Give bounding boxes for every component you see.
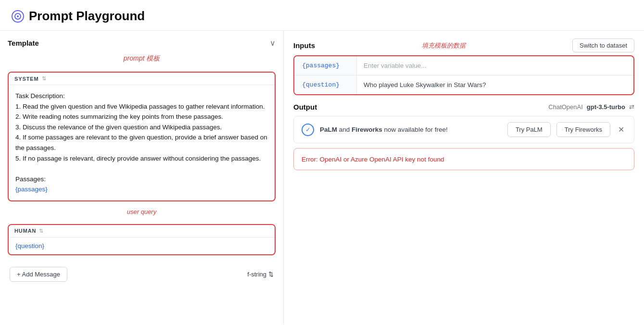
settings-icon[interactable]: ⇄ — [629, 103, 634, 111]
error-box: Error: OpenAI or Azure OpenAI API key no… — [293, 148, 634, 170]
collapse-icon[interactable]: ∨ — [270, 38, 276, 48]
right-panel: Inputs 填充模板的数据 Switch to dataset {passag… — [284, 31, 644, 325]
system-content-line-6: 5. If no passage is relevant, direcly pr… — [15, 153, 268, 164]
page-title: Prompt Playground — [29, 9, 145, 24]
system-content-line-4: 3. Discuss the relevance of the given qu… — [15, 122, 268, 133]
system-block-body[interactable]: Task Description: 1. Read the given ques… — [9, 85, 275, 200]
inputs-title: Inputs — [293, 41, 315, 50]
svg-point-1 — [17, 15, 19, 17]
notification-and: and — [337, 126, 352, 133]
try-palm-button[interactable]: Try PaLM — [507, 122, 551, 137]
human-block-body[interactable]: {question} — [9, 238, 275, 254]
system-content-passages-var: {passages} — [15, 184, 268, 195]
format-icon: ⇅ — [268, 271, 274, 278]
format-label: f-string — [247, 271, 266, 278]
output-meta: ChatOpenAI gpt-3.5-turbo ⇄ — [548, 103, 634, 111]
page-header: Prompt Playground — [0, 0, 644, 31]
template-title: Template — [8, 39, 39, 47]
system-sort-icon[interactable]: ⇅ — [42, 75, 46, 82]
inputs-section-header: Inputs 填充模板的数据 Switch to dataset — [293, 38, 634, 52]
bottom-bar: + Add Message f-string ⇅ — [8, 262, 276, 284]
input-row-passages: {passages} — [294, 56, 633, 75]
main-content: Template ∨ prompt 模板 SYSTEM ⇅ Task Descr… — [0, 31, 644, 325]
human-role-label: HUMAN — [14, 228, 36, 234]
model-provider: ChatOpenAI — [548, 103, 583, 111]
check-icon-symbol: ✓ — [305, 126, 311, 133]
try-fireworks-button[interactable]: Try Fireworks — [556, 122, 610, 137]
notification-end: now available for free! — [382, 126, 448, 133]
human-question-var: {question} — [15, 242, 44, 250]
system-content-line-1: Task Description: — [15, 91, 268, 101]
human-message-block: HUMAN ⇅ {question} — [8, 224, 276, 255]
prompt-annotation: prompt 模板 — [8, 54, 276, 63]
add-message-button[interactable]: + Add Message — [10, 267, 67, 282]
input-row-question: {question} — [294, 75, 633, 94]
system-content-line-7: Passages: — [15, 174, 268, 185]
human-sort-icon[interactable]: ⇅ — [39, 228, 43, 234]
system-role-label: SYSTEM — [14, 76, 39, 82]
header-icon — [12, 10, 24, 23]
output-section-header: Output ChatOpenAI gpt-3.5-turbo ⇄ — [293, 103, 634, 111]
fireworks-brand: Fireworks — [352, 126, 382, 133]
system-content-line-3: 2. Write reading notes summarizing the k… — [15, 112, 268, 122]
user-query-annotation: user query — [8, 208, 276, 215]
inputs-section: Inputs 填充模板的数据 Switch to dataset {passag… — [293, 38, 634, 95]
template-header: Template ∨ — [8, 38, 276, 48]
inputs-box: {passages} {question} — [293, 55, 634, 95]
error-text: Error: OpenAI or Azure OpenAI API key no… — [302, 156, 444, 163]
check-circle-icon: ✓ — [302, 124, 314, 136]
system-message-block: SYSTEM ⇅ Task Description: 1. Read the g… — [8, 72, 276, 201]
left-panel: Template ∨ prompt 模板 SYSTEM ⇅ Task Descr… — [0, 31, 284, 325]
model-name: gpt-3.5-turbo — [587, 103, 625, 111]
output-section: Output ChatOpenAI gpt-3.5-turbo ⇄ ✓ PaLM… — [293, 103, 634, 170]
system-content-line-5: 4. If some passages are relevant to the … — [15, 132, 268, 153]
notification-text: PaLM and Fireworks now available for fre… — [320, 126, 502, 133]
passages-input[interactable] — [357, 56, 633, 75]
system-block-header: SYSTEM ⇅ — [9, 73, 275, 85]
palm-brand: PaLM — [320, 126, 337, 133]
format-selector[interactable]: f-string ⇅ — [247, 271, 274, 278]
system-content-line-2: 1. Read the given question and five Wiki… — [15, 101, 268, 112]
human-block-header: HUMAN ⇅ — [9, 225, 275, 238]
notification-banner: ✓ PaLM and Fireworks now available for f… — [293, 116, 634, 143]
question-input[interactable] — [357, 75, 633, 94]
switch-dataset-button[interactable]: Switch to dataset — [572, 38, 634, 52]
inputs-annotation: 填充模板的数据 — [422, 41, 466, 50]
passages-var-name: {passages} — [294, 56, 357, 75]
question-var-name: {question} — [294, 75, 357, 94]
close-notification-button[interactable]: ✕ — [616, 124, 626, 135]
output-title: Output — [293, 103, 317, 111]
